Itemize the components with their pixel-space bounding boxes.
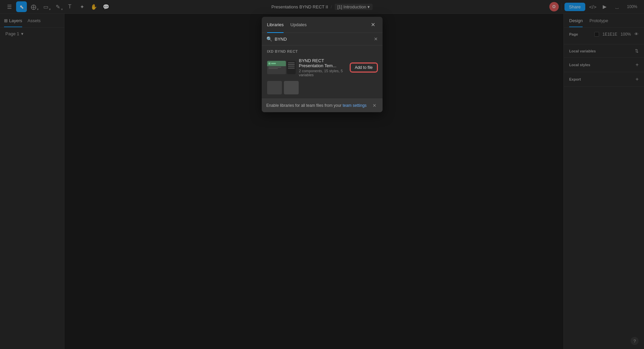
thumb-dot [268,62,270,64]
footer-close-button[interactable]: ✕ [371,102,378,109]
thumb-dot-wide [271,63,276,64]
library-name: BYND RECT Presentation Tem... [299,58,347,68]
modal-footer: Enable libraries for all team files from… [262,98,383,112]
modal-tab-libraries-label: Libraries [267,22,284,27]
modal-search-bar: 🔍 ✕ [262,33,383,45]
thumb-block-b [288,68,295,69]
footer-close-icon: ✕ [373,103,377,108]
thumb-block-a [288,63,295,66]
library-thumb-main [267,61,286,74]
small-thumb-1 [267,81,282,94]
team-settings-link[interactable]: team settings [343,103,366,108]
library-section-title: IXD BYND RECT [262,45,383,55]
modal-close-icon: ✕ [371,21,375,28]
library-meta: 2 components, 15 styles, 5 variables [299,69,347,77]
small-thumb-2 [284,81,299,94]
add-to-file-button[interactable]: Add to file [350,63,377,72]
search-icon: 🔍 [266,36,272,42]
library-thumb-secondary [287,61,296,74]
modal-close-button[interactable]: ✕ [369,21,377,29]
library-item[interactable]: BYND RECT Presentation Tem... 2 componen… [262,55,383,80]
library-info: BYND RECT Presentation Tem... 2 componen… [299,58,347,77]
thumb-line-a [288,62,295,63]
modal-tabs: Libraries Updates [267,21,307,29]
libraries-modal: Libraries Updates ✕ 🔍 ✕ IXD BYND RECT [262,17,383,112]
library-small-thumbs [262,80,383,98]
footer-enable-text: Enable libraries for all team files from… [266,103,367,108]
modal-tab-updates-label: Updates [290,22,306,27]
search-input[interactable] [275,37,371,42]
thumb-line-1 [268,67,281,68]
modal-tab-libraries[interactable]: Libraries [267,21,284,29]
thumb-bottom [267,66,286,74]
modal-body: IXD BYND RECT [262,45,383,98]
thumb-top [267,61,286,66]
modal-header: Libraries Updates ✕ [262,17,383,33]
modal-overlay[interactable]: Libraries Updates ✕ 🔍 ✕ IXD BYND RECT [0,0,644,349]
thumb-line-b [288,66,295,67]
thumb-line-2 [268,68,278,69]
clear-search-icon[interactable]: ✕ [374,36,378,42]
library-thumbnails [267,61,296,74]
modal-tab-updates[interactable]: Updates [290,21,306,29]
